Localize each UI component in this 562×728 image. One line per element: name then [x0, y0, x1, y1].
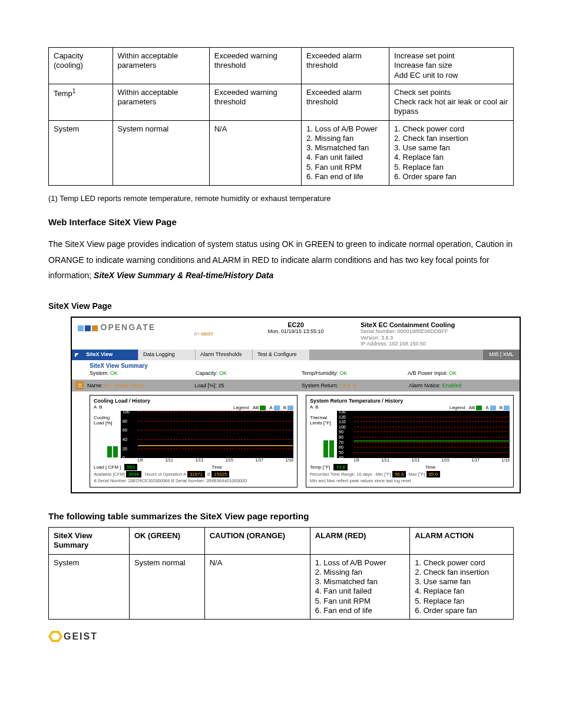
corner-icon[interactable]: ◤	[72, 350, 81, 360]
sitex-summary: SiteX View Summary System: OKCapacity: O…	[72, 360, 520, 380]
paragraph-sitex-desc: The SiteX View page provides indication …	[48, 236, 514, 284]
heading-table-summary: The following table summarizes the SiteX…	[48, 511, 514, 521]
footnote-temp: (1) Temp LED reports remote temperature,…	[48, 194, 514, 203]
header-right: SiteX EC Containment Cooling Serial Numb…	[355, 318, 520, 350]
device-icon: ☰	[75, 381, 84, 390]
tab-test-configure[interactable]: Test & Configure	[253, 350, 310, 360]
status-table-top: Capacity (cooling)Within acceptable para…	[48, 47, 514, 186]
footer-brand-geist: GEIST	[48, 630, 514, 643]
tab-data-logging[interactable]: Data Logging	[138, 350, 196, 360]
paragraph-emphasis: SiteX View Summary & Real-time/History D…	[94, 271, 273, 280]
sitex-screenshot: OPENGATE BY GEIST EC20 Mon, 01/19/15 13:…	[71, 317, 521, 493]
geist-hex-icon	[48, 630, 62, 643]
header-center: EC20 Mon, 01/19/15 13:55:10	[237, 318, 355, 350]
chart-cooling-load: Cooling Load / History A BCooling Load […	[90, 395, 297, 487]
heading-web-interface: Web Interface SiteX View Page	[48, 217, 514, 227]
mib-xml-link[interactable]: MIB | XML	[483, 350, 520, 360]
logo-opengate: OPENGATE BY GEIST	[72, 318, 237, 350]
tab-bar: ◤ SiteX View Data Logging Alarm Threshol…	[72, 350, 520, 360]
device-row: ☰ Name: EC Online DemoLoad [%]: 25System…	[72, 380, 520, 391]
summary-title: SiteX View Summary	[90, 363, 514, 369]
heading-sitex-view-page: SiteX View Page	[48, 301, 514, 311]
tab-alarm-thresholds[interactable]: Alarm Thresholds	[196, 350, 253, 360]
chart-system-return: System Return Temperature / History A BT…	[306, 395, 514, 487]
status-table-bottom: SiteX View SummaryOK (GREEN)CAUTION (ORA…	[48, 527, 514, 620]
tab-sitex-view[interactable]: SiteX View	[81, 350, 138, 360]
